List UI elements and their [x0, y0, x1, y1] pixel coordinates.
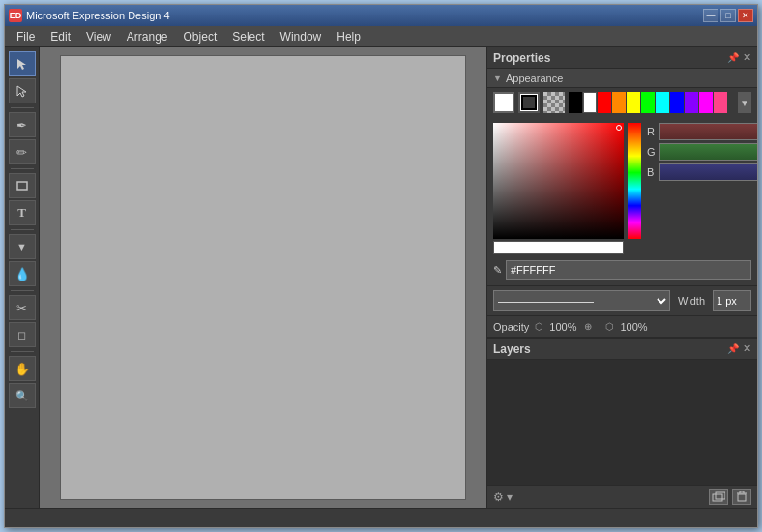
color-swatches: [569, 92, 734, 113]
tool-eraser[interactable]: ◻: [9, 322, 36, 347]
appearance-section-header[interactable]: ▼ Appearance: [487, 69, 757, 88]
tool-text[interactable]: T: [9, 200, 36, 225]
swatch-green[interactable]: [641, 92, 655, 113]
layers-header: Layers 📌 ✕: [487, 339, 757, 360]
swatch-yellow[interactable]: [627, 92, 640, 113]
properties-panel: Properties 📌 ✕ ▼ Appearance: [487, 47, 757, 337]
tool-separator-2: [11, 168, 34, 169]
swatch-red[interactable]: [598, 92, 611, 113]
menu-arrange[interactable]: Arrange: [119, 28, 176, 45]
stroke-color-btn[interactable]: [518, 92, 540, 113]
transparent-swatch[interactable]: [543, 92, 565, 113]
swatch-white[interactable]: [583, 92, 597, 113]
tool-select-arrow[interactable]: [9, 51, 36, 76]
layers-footer: ⚙ ▾: [487, 485, 757, 508]
r-input[interactable]: [659, 123, 757, 140]
svg-rect-2: [716, 492, 725, 499]
canvas-area[interactable]: [40, 47, 486, 508]
opacity-label: Opacity: [493, 321, 529, 333]
window-title: Microsoft Expression Design 4: [26, 10, 170, 21]
tool-separator-5: [11, 351, 34, 352]
properties-title: Properties: [493, 51, 550, 65]
new-layer-button[interactable]: [709, 489, 728, 505]
menu-edit[interactable]: Edit: [43, 28, 78, 45]
swatch-violet[interactable]: [685, 92, 698, 113]
b-row: B: [647, 163, 757, 181]
minimize-button[interactable]: —: [703, 9, 718, 22]
r-label: R: [647, 126, 657, 137]
layers-panel-controls: 📌 ✕: [727, 342, 751, 355]
tool-brush[interactable]: ✏: [9, 139, 36, 164]
current-color-bar: [493, 241, 624, 254]
tool-paint[interactable]: ▼: [9, 234, 36, 259]
close-button[interactable]: ✕: [738, 9, 753, 22]
menu-object[interactable]: Object: [176, 28, 225, 45]
menu-view[interactable]: View: [78, 28, 119, 45]
layers-settings-icon[interactable]: ⚙ ▾: [493, 490, 513, 504]
edit-hex-icon[interactable]: ✎: [493, 264, 502, 277]
tool-dropper[interactable]: 💧: [9, 261, 36, 286]
rgb-inputs: R G B: [647, 123, 757, 254]
width-label: Width: [678, 295, 705, 307]
g-input[interactable]: [659, 143, 757, 161]
swatch-magenta[interactable]: [699, 92, 713, 113]
tool-direct-select[interactable]: [9, 78, 36, 103]
opacity-icon: ⬡: [535, 321, 543, 332]
swatch-orange[interactable]: [612, 92, 626, 113]
opacity-extra-icon: ⬡: [605, 321, 614, 332]
fill-color-btn[interactable]: [493, 92, 514, 113]
toolbar: ✒ ✏ T ▼ 💧 ✂ ◻: [5, 47, 40, 508]
layers-title: Layers: [493, 342, 531, 356]
maximize-button[interactable]: □: [720, 9, 736, 22]
layers-close-icon[interactable]: ✕: [743, 342, 751, 355]
tool-pen[interactable]: ✒: [9, 112, 36, 137]
menu-window[interactable]: Window: [273, 28, 330, 45]
r-row: R: [647, 123, 757, 140]
status-bar: [5, 508, 757, 527]
tool-scissors[interactable]: ✂: [9, 295, 36, 320]
hex-input[interactable]: [506, 260, 751, 280]
title-bar: ED Microsoft Expression Design 4 — □ ✕: [5, 5, 757, 26]
tool-separator-1: [11, 107, 34, 108]
menu-select[interactable]: Select: [224, 28, 272, 45]
hue-slider[interactable]: [628, 123, 641, 239]
main-content: ✒ ✏ T ▼ 💧 ✂ ◻: [5, 47, 757, 508]
swatch-cyan[interactable]: [656, 92, 669, 113]
menu-file[interactable]: File: [9, 28, 43, 45]
panel-controls: 📌 ✕: [727, 51, 751, 64]
opacity-value: 100%: [549, 321, 576, 333]
delete-layer-button[interactable]: [732, 489, 751, 505]
layers-pin-icon[interactable]: 📌: [727, 343, 739, 354]
menu-help[interactable]: Help: [329, 28, 368, 45]
g-label: G: [647, 146, 657, 158]
b-input[interactable]: [659, 163, 757, 181]
b-label: B: [647, 166, 657, 178]
tool-zoom[interactable]: 🔍: [9, 383, 36, 408]
width-input[interactable]: [713, 290, 751, 311]
tool-hand[interactable]: ✋: [9, 356, 36, 381]
tool-shape[interactable]: [9, 173, 36, 198]
right-panel: Properties 📌 ✕ ▼ Appearance: [486, 47, 757, 508]
svg-rect-1: [713, 494, 722, 501]
swatch-black[interactable]: [569, 92, 582, 113]
pin-icon[interactable]: 📌: [727, 52, 739, 63]
app-icon: ED: [9, 9, 22, 22]
opacity-extra-value: 100%: [620, 321, 647, 333]
hex-row: ✎: [487, 260, 757, 285]
layers-panel: Layers 📌 ✕ ⚙ ▾: [487, 337, 757, 508]
svg-rect-0: [17, 182, 27, 190]
main-window: ED Microsoft Expression Design 4 — □ ✕ F…: [4, 4, 758, 528]
close-panel-icon[interactable]: ✕: [743, 51, 751, 64]
menu-bar: File Edit View Arrange Object Select Win…: [5, 26, 757, 47]
tool-separator-4: [11, 290, 34, 291]
more-colors-btn[interactable]: ▼: [738, 92, 751, 113]
stroke-style-select[interactable]: ————————— - - - - - - ········: [493, 290, 670, 311]
swatches-row: ▼: [487, 88, 757, 117]
color-spectrum[interactable]: [493, 123, 624, 239]
swatch-blue[interactable]: [670, 92, 684, 113]
swatch-pink[interactable]: [714, 92, 727, 113]
layers-content: [487, 360, 757, 485]
appearance-section-title: Appearance: [506, 73, 563, 84]
tool-separator-3: [11, 229, 34, 230]
canvas[interactable]: [60, 55, 466, 500]
